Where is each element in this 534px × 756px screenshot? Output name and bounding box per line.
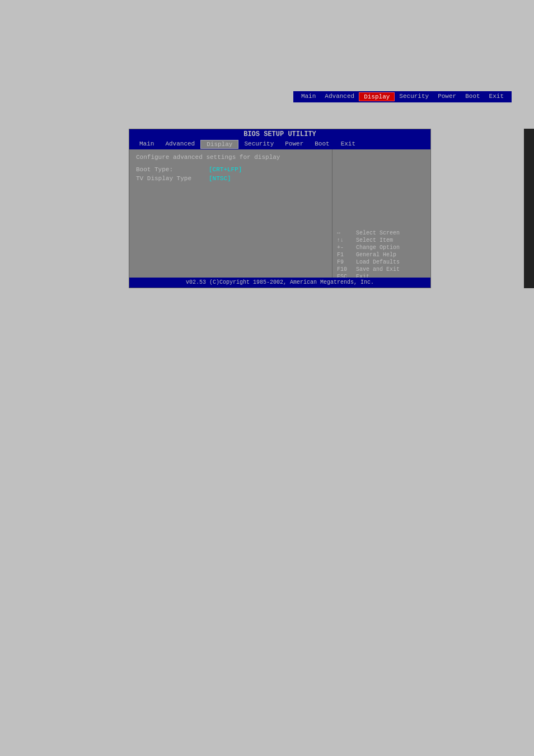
top-menu-main[interactable]: Main xyxy=(297,92,320,101)
help-desc-option: Change Option xyxy=(356,245,400,251)
help-row-f10: F10 Save and Exit xyxy=(337,266,426,273)
bios-content: Configure advanced settings for display … xyxy=(129,149,430,284)
help-row-f9: F9 Load Defaults xyxy=(337,259,426,265)
help-desc-f1: General Help xyxy=(356,252,396,258)
setting-label-boottype: Boot Type: xyxy=(136,166,209,173)
bios-window: BIOS SETUP UTILITY Main Advanced Display… xyxy=(129,129,431,288)
bios-title: BIOS SETUP UTILITY xyxy=(129,129,430,139)
help-key-f10: F10 xyxy=(337,266,353,273)
bios-right-panel: ↔ Select Screen ↑↓ Select Item +- Change… xyxy=(332,149,430,284)
bios-menu-display[interactable]: Display xyxy=(200,140,238,149)
top-menu-power[interactable]: Power xyxy=(433,92,461,101)
help-desc-screen: Select Screen xyxy=(356,230,400,236)
setting-label-tvdisplay: TV Display Type xyxy=(136,175,209,182)
help-section: ↔ Select Screen ↑↓ Select Item +- Change… xyxy=(337,230,426,281)
setting-row-boottype: Boot Type: [CRT+LFP] xyxy=(136,166,325,173)
setting-row-tvdisplay: TV Display Type [NTSC] xyxy=(136,175,325,182)
top-menu-exit[interactable]: Exit xyxy=(485,92,508,101)
top-menu-boot[interactable]: Boot xyxy=(461,92,484,101)
help-desc-f9: Load Defaults xyxy=(356,259,400,265)
bios-menu-main[interactable]: Main xyxy=(134,140,160,149)
help-key-updown: ↑↓ xyxy=(337,237,353,243)
right-sidebar xyxy=(524,129,534,288)
bios-menu-advanced[interactable]: Advanced xyxy=(160,140,200,149)
help-key-f9: F9 xyxy=(337,259,353,265)
top-menu-security[interactable]: Security xyxy=(395,92,433,101)
help-row-item: ↑↓ Select Item xyxy=(337,237,426,243)
setting-value-boottype[interactable]: [CRT+LFP] xyxy=(209,166,242,173)
top-menu-display[interactable]: Display xyxy=(359,92,395,101)
help-key-plusminus: +- xyxy=(337,245,353,251)
bios-left-panel: Configure advanced settings for display … xyxy=(129,149,332,284)
top-menu-advanced[interactable]: Advanced xyxy=(320,92,359,101)
bios-menu-bar: Main Advanced Display Security Power Boo… xyxy=(129,139,430,149)
section-title: Configure advanced settings for display xyxy=(136,154,325,161)
help-desc-f10: Save and Exit xyxy=(356,266,400,273)
bios-menu-exit[interactable]: Exit xyxy=(335,140,361,149)
top-menu-bar: Main Advanced Display Security Power Boo… xyxy=(293,91,512,102)
bios-menu-boot[interactable]: Boot xyxy=(309,140,335,149)
help-row-screen: ↔ Select Screen xyxy=(337,230,426,236)
bios-footer: v02.53 (C)Copyright 1985-2002, American … xyxy=(129,278,430,288)
setting-value-tvdisplay[interactable]: [NTSC] xyxy=(209,175,231,182)
help-desc-item: Select Item xyxy=(356,237,393,243)
help-key-f1: F1 xyxy=(337,252,353,258)
help-row-f1: F1 General Help xyxy=(337,252,426,258)
help-key-arrows: ↔ xyxy=(337,230,353,236)
help-row-option: +- Change Option xyxy=(337,245,426,251)
bios-menu-power[interactable]: Power xyxy=(279,140,309,149)
bios-menu-security[interactable]: Security xyxy=(238,140,279,149)
